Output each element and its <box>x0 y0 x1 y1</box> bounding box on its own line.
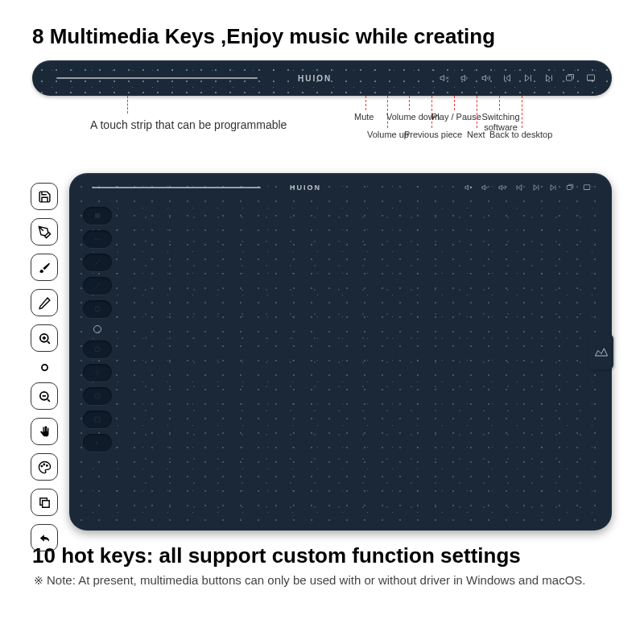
pen-icon <box>31 218 58 246</box>
ring-icon <box>31 360 58 374</box>
tablet-top-strip: HUION <box>69 173 612 202</box>
multimedia-strip: HUION <box>32 60 612 96</box>
desktop-label: Back to desktop <box>489 130 552 139</box>
volume-up-label: Volume up <box>367 130 409 139</box>
volume-up-icon <box>460 73 470 83</box>
touchstrip-label: A touch strip that can be programmable <box>90 118 287 131</box>
zoom-out-icon <box>31 382 58 410</box>
svg-rect-1 <box>588 75 595 80</box>
svg-point-14 <box>95 394 100 398</box>
svg-rect-15 <box>95 417 100 422</box>
side-icon-column <box>31 183 58 551</box>
next-track-icon <box>544 73 554 83</box>
note-body: Note: At present, multimedia buttons can… <box>47 573 586 587</box>
layers-icon <box>31 489 58 516</box>
mute-icon <box>464 184 473 192</box>
switch-software-icon <box>566 184 574 192</box>
hotkey-2 <box>83 230 112 248</box>
hotkey-7 <box>83 364 112 382</box>
svg-rect-0 <box>567 76 572 80</box>
tablet-brand: HUION <box>290 184 321 192</box>
svg-rect-10 <box>584 185 590 190</box>
hotkey-4 <box>83 277 112 295</box>
note-text: ※Note: At present, multimedia buttons ca… <box>32 572 612 589</box>
multimedia-icons <box>440 73 596 83</box>
hotkey-3 <box>83 254 112 271</box>
note-symbol: ※ <box>34 574 43 587</box>
hotkey-1 <box>83 207 112 225</box>
heading-hotkeys: 10 hot keys: all support custom function… <box>32 543 612 568</box>
switch-software-icon <box>565 73 575 83</box>
back-desktop-icon <box>583 184 591 192</box>
prev-track-icon <box>502 73 512 83</box>
save-icon <box>31 183 58 210</box>
volume-down-icon <box>498 184 506 192</box>
prev-track-icon <box>515 184 523 192</box>
svg-rect-9 <box>567 186 572 190</box>
play-pause-icon <box>523 73 533 83</box>
undo-icon <box>31 524 58 551</box>
palette-icon <box>31 453 58 481</box>
zoom-in-icon <box>31 324 58 352</box>
hotkey-10 <box>83 434 112 452</box>
play-pause-icon <box>532 184 540 192</box>
callout-area: A touch strip that can be programmable M… <box>32 96 612 168</box>
volume-up-icon <box>481 184 489 192</box>
hotkey-6 <box>83 341 112 358</box>
svg-point-12 <box>95 307 100 312</box>
tablet-media-icons <box>464 184 591 192</box>
svg-point-13 <box>95 347 100 352</box>
svg-point-3 <box>41 364 47 369</box>
tablet-touch-strip <box>92 187 261 188</box>
heading-multimedia: 8 Multimedia Keys ,Enjoy music while cre… <box>32 24 612 49</box>
tablet-device: HUION <box>69 173 612 530</box>
next-track-icon <box>549 184 557 192</box>
tablet-tab <box>589 334 613 369</box>
brush-icon <box>31 254 58 281</box>
prev-label: Previous piece <box>404 130 462 139</box>
hotkey-8 <box>83 387 112 405</box>
playpause-label: Play / Pause <box>431 112 481 122</box>
pencil-icon <box>31 289 58 316</box>
hand-icon <box>31 418 58 445</box>
hotkey-gap <box>93 324 101 335</box>
mute-label: Mute <box>354 112 374 122</box>
svg-point-7 <box>46 464 47 465</box>
back-desktop-icon <box>586 73 596 83</box>
svg-rect-11 <box>95 213 100 218</box>
brand-logo: HUION <box>298 74 332 83</box>
hotkeys-column <box>69 202 126 530</box>
volume-down-icon <box>481 73 491 83</box>
hotkey-5 <box>83 300 112 318</box>
svg-point-6 <box>43 464 44 464</box>
mute-icon <box>440 73 449 83</box>
tablet-area: HUION <box>32 173 612 530</box>
touch-strip <box>56 77 258 79</box>
svg-point-5 <box>41 465 42 466</box>
drawing-surface <box>126 202 599 518</box>
hotkey-9 <box>83 411 112 428</box>
